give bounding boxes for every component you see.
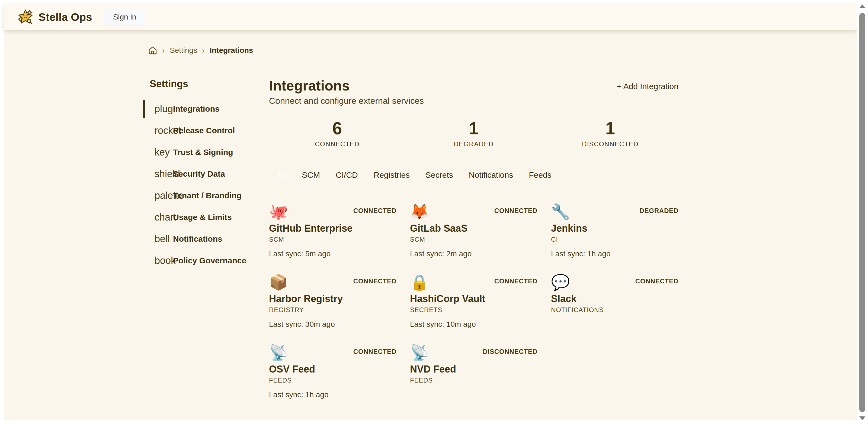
integration-type: SECRETS <box>410 306 537 314</box>
key-icon: key <box>155 146 170 158</box>
tab-feeds[interactable]: Feeds <box>529 170 551 180</box>
fox-icon: 🦊 <box>410 203 429 221</box>
integration-type: NOTIFICATIONS <box>551 306 678 314</box>
status-badge: DISCONNECTED <box>483 348 537 355</box>
integration-card-hashicorp-vault[interactable]: 🔒 CONNECTED HashiCorp Vault SECRETS Last… <box>410 274 537 329</box>
last-sync: Last sync: 1h ago <box>269 390 397 399</box>
lock-icon: 🔒 <box>410 274 429 291</box>
integration-name: NVD Feed <box>410 364 537 375</box>
integration-type: FEEDS <box>410 377 537 384</box>
wrench-icon: 🔧 <box>551 203 570 221</box>
tab-all[interactable]: All <box>277 170 286 180</box>
bell-icon: bell <box>155 233 170 244</box>
last-sync: Last sync: 30m ago <box>269 320 397 329</box>
stat-label: CONNECTED <box>269 140 405 148</box>
scrollbar-up-arrow-icon[interactable] <box>859 4 865 8</box>
integration-name: Jenkins <box>551 223 678 234</box>
integration-name: Slack <box>551 293 678 304</box>
sidebar-item-trust-signing[interactable]: key Trust & Signing <box>139 141 269 163</box>
tab-notifications[interactable]: Notifications <box>469 170 513 180</box>
status-badge: CONNECTED <box>353 278 397 285</box>
add-integration-button[interactable]: + Add Integration <box>617 82 678 91</box>
last-sync: Last sync: 1h ago <box>551 249 678 258</box>
status-badge: CONNECTED <box>636 278 678 285</box>
last-sync: Last sync: 2m ago <box>410 249 537 258</box>
sidebar-item-security-data[interactable]: shield Security Data <box>139 163 269 185</box>
sidebar-item-release-control[interactable]: rocket Release Control <box>139 120 269 141</box>
sidebar-title: Settings <box>150 78 269 90</box>
integration-name: Harbor Registry <box>269 293 397 304</box>
integration-card-gitlab-saas[interactable]: 🦊 CONNECTED GitLab SaaS SCM Last sync: 2… <box>410 203 537 258</box>
stat-value: 1 <box>405 118 542 139</box>
sidebar-item-policy-governance[interactable]: book Policy Governance <box>139 250 269 271</box>
last-sync: Last sync: 10m ago <box>410 320 537 329</box>
sidebar-item-usage-limits[interactable]: chart Usage & Limits <box>139 206 269 228</box>
sidebar-item-label: Trust & Signing <box>173 148 233 157</box>
scrollbar[interactable] <box>857 0 868 424</box>
top-bar: Stella Ops Sign in <box>4 4 857 30</box>
tab-cicd[interactable]: CI/CD <box>336 170 358 180</box>
sidebar-item-label: Release Control <box>173 126 235 135</box>
integration-card-osv-feed[interactable]: 📡 CONNECTED OSV Feed FEEDS Last sync: 1h… <box>269 344 397 399</box>
integration-name: HashiCorp Vault <box>410 293 537 304</box>
integration-card-slack[interactable]: 💬 CONNECTED Slack NOTIFICATIONS <box>551 274 678 329</box>
stat-connected: 6 CONNECTED <box>269 118 405 148</box>
sidebar-item-label: Security Data <box>173 169 225 178</box>
integration-cards-grid: 🐙 CONNECTED GitHub Enterprise SCM Last s… <box>269 203 678 399</box>
sidebar-item-notifications[interactable]: bell Notifications <box>139 228 269 250</box>
integration-card-nvd-feed[interactable]: 📡 DISCONNECTED NVD Feed FEEDS <box>410 344 537 399</box>
status-badge: CONNECTED <box>494 278 537 285</box>
integration-type: FEEDS <box>269 377 397 384</box>
stat-disconnected: 1 DISCONNECTED <box>542 118 678 148</box>
scrollbar-thumb[interactable] <box>859 13 865 412</box>
stat-value: 6 <box>269 118 405 139</box>
home-icon[interactable] <box>148 46 157 55</box>
book-icon: book <box>155 255 176 266</box>
panel-header: Integrations Connect and configure exter… <box>269 78 678 106</box>
speech-balloon-icon: 💬 <box>551 274 570 291</box>
satellite-antenna-icon: 📡 <box>269 344 288 361</box>
sidebar-item-tenant-branding[interactable]: palette Tenant / Branding <box>139 185 269 206</box>
integration-type: SCM <box>269 236 397 243</box>
sign-in-button[interactable]: Sign in <box>104 9 145 26</box>
stat-degraded: 1 DEGRADED <box>405 118 542 148</box>
page-content: › Settings › Integrations Settings plug … <box>4 30 857 399</box>
integration-card-harbor-registry[interactable]: 📦 CONNECTED Harbor Registry REGISTRY Las… <box>269 274 397 329</box>
brand: Stella Ops <box>18 9 92 25</box>
tab-secrets[interactable]: Secrets <box>426 170 453 180</box>
integration-name: GitHub Enterprise <box>269 223 397 234</box>
satellite-antenna-icon: 📡 <box>410 344 429 361</box>
sidebar-item-label: Notifications <box>173 234 222 243</box>
status-badge: CONNECTED <box>353 348 397 355</box>
sidebar-item-label: Tenant / Branding <box>173 191 242 200</box>
sidebar-item-label: Usage & Limits <box>173 213 232 222</box>
integration-type: REGISTRY <box>269 306 397 314</box>
last-sync: Last sync: 5m ago <box>269 249 397 258</box>
integration-type: SCM <box>410 236 537 243</box>
sidebar-item-label: Policy Governance <box>173 256 246 265</box>
octopus-icon: 🐙 <box>269 203 288 221</box>
status-summary: 6 CONNECTED 1 DEGRADED 1 DISCONNECTED <box>269 118 678 148</box>
sidebar-item-label: Integrations <box>173 104 220 113</box>
status-badge: CONNECTED <box>494 207 537 215</box>
sidebar-nav: plug Integrations rocket Release Control… <box>139 98 269 271</box>
breadcrumb-settings-link[interactable]: Settings <box>170 46 197 55</box>
brand-name: Stella Ops <box>38 11 92 23</box>
integration-card-github-enterprise[interactable]: 🐙 CONNECTED GitHub Enterprise SCM Last s… <box>269 203 397 258</box>
page-subtitle: Connect and configure external services <box>269 95 424 106</box>
sidebar-item-integrations[interactable]: plug Integrations <box>139 98 269 120</box>
category-tabs: All SCM CI/CD Registries Secrets Notific… <box>277 170 678 181</box>
breadcrumb: › Settings › Integrations <box>148 45 857 56</box>
integration-card-jenkins[interactable]: 🔧 DEGRADED Jenkins CI Last sync: 1h ago <box>551 203 678 258</box>
tab-registries[interactable]: Registries <box>374 170 410 180</box>
breadcrumb-current: Integrations <box>210 46 253 55</box>
breadcrumb-separator: › <box>162 46 165 55</box>
plug-icon: plug <box>155 103 173 115</box>
tab-scm[interactable]: SCM <box>302 170 320 180</box>
scrollbar-down-arrow-icon[interactable] <box>859 416 865 420</box>
app-window: Stella Ops Sign in › Settings › Integrat… <box>4 4 857 420</box>
integration-type: CI <box>551 236 678 243</box>
stella-ops-logo-icon <box>18 9 34 25</box>
status-badge: DEGRADED <box>640 207 678 215</box>
integrations-panel: Integrations Connect and configure exter… <box>269 78 678 399</box>
